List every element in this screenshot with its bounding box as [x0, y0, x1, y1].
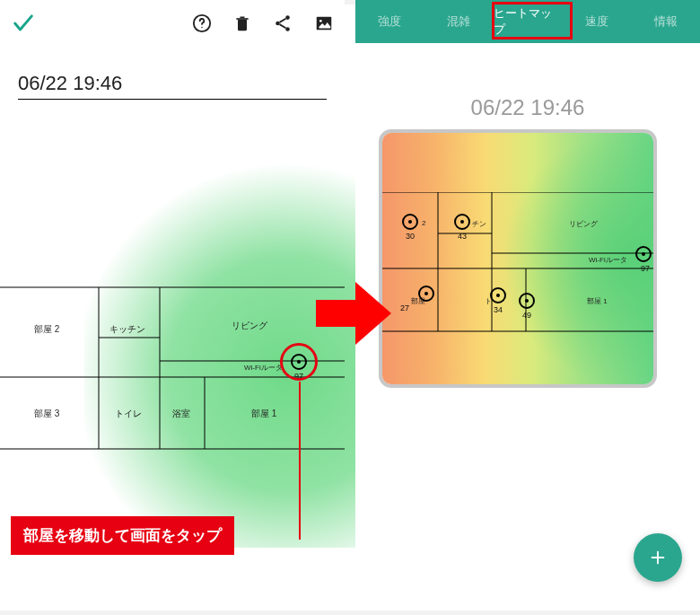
svg-point-3 [276, 22, 280, 26]
tab-info[interactable]: 情報 [631, 0, 700, 43]
arrow-icon [316, 278, 393, 348]
hm-label-router: Wi-Fiルータ [589, 255, 627, 265]
screen-heatmap: 強度 混雑 ヒートマップ 速度 情報 06/22 19:46 [355, 0, 700, 602]
hm-point-0-val: 30 [406, 232, 415, 241]
hm-point-5-val: 49 [522, 311, 531, 320]
hm-point-2-val: 97 [641, 264, 650, 273]
svg-marker-16 [316, 282, 391, 345]
fab-add[interactable] [634, 533, 682, 582]
screen-edit: 06/22 19:46 部屋 2 キッチン リビング Wi-Fiルータ 部屋 3… [0, 0, 345, 602]
hm-label-room2frag: 2 [422, 219, 425, 227]
hm-point-1-val: 43 [458, 232, 467, 241]
annotation-callout: 部屋を移動して画面をタップ [11, 516, 234, 555]
image-icon[interactable] [314, 13, 334, 33]
svg-point-1 [201, 27, 202, 28]
hm-label-living: リビング [569, 219, 598, 229]
hm-label-room1: 部屋 1 [587, 296, 608, 306]
hm-point-2 [635, 246, 652, 262]
check-icon[interactable] [11, 11, 36, 36]
toolbar [0, 0, 345, 47]
annotation-circle [280, 343, 318, 381]
heatmap-plan-overlay: 2 チン リビング Wi-Fiルータ 部屋 ト 部屋 1 30 43 97 27… [382, 192, 657, 345]
hm-point-4-val: 34 [494, 305, 503, 314]
frame-bottom [0, 611, 700, 615]
hm-point-1 [454, 214, 470, 230]
hm-point-4 [490, 287, 506, 303]
svg-point-2 [285, 15, 290, 20]
help-icon[interactable] [192, 13, 212, 33]
hm-point-0 [402, 214, 418, 230]
hm-point-3-val: 27 [400, 303, 409, 312]
heat-spill [657, 302, 700, 409]
hm-point-3 [418, 286, 434, 302]
timestamp-input[interactable]: 06/22 19:46 [18, 72, 327, 100]
tab-congestion[interactable]: 混雑 [424, 0, 494, 43]
share-icon[interactable] [273, 13, 293, 33]
hm-point-5 [519, 293, 535, 309]
heatmap-timestamp: 06/22 19:46 [355, 95, 700, 120]
annotation-tab-highlight [492, 2, 573, 40]
svg-point-4 [285, 27, 290, 31]
tab-strength[interactable]: 強度 [355, 0, 424, 43]
hm-label-kitchenfrag: チン [472, 219, 486, 229]
delete-icon[interactable] [233, 13, 251, 33]
annotation-line [299, 382, 301, 540]
svg-point-7 [319, 20, 322, 22]
floor-plan[interactable]: 部屋 2 キッチン リビング Wi-Fiルータ 部屋 3 トイレ 浴室 部屋 1… [0, 269, 345, 485]
heatmap-canvas[interactable]: 2 チン リビング Wi-Fiルータ 部屋 ト 部屋 1 30 43 97 27… [379, 129, 657, 388]
